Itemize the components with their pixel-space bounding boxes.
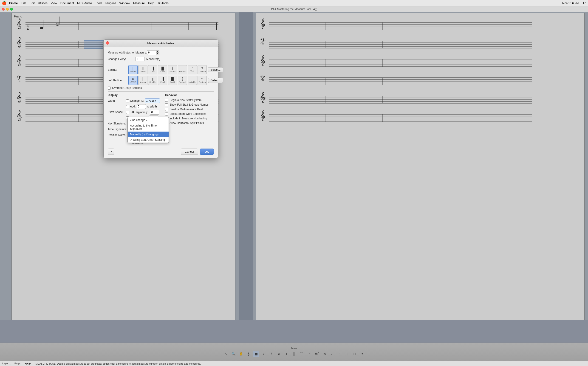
- modal-overlay: Measure Attributes Measure Attributes fo…: [0, 12, 588, 361]
- time-sig-option-manually[interactable]: Manually (by Dragging): [128, 132, 168, 137]
- change-every-input[interactable]: [135, 57, 145, 61]
- left-barline-solid-label: Solid: [170, 81, 175, 83]
- barline-invisible-label: Invisible: [179, 70, 186, 73]
- window-titlebar: 19-4 Mastering the Measure Tool L4(i): [0, 7, 588, 12]
- left-barline-normal[interactable]: │ Normal: [138, 76, 147, 85]
- begin-new-staff-label: Begin a New Staff System: [169, 99, 201, 102]
- at-beginning-input[interactable]: [150, 110, 159, 114]
- change-every-row: Change Every: Measure(s): [108, 57, 214, 61]
- measure-number-spinner-buttons[interactable]: ▲ ▼: [156, 50, 159, 55]
- barline-final-label: Final: [150, 70, 155, 73]
- measures-label: Measure(s): [146, 57, 160, 61]
- barline-custom[interactable]: ? Custom: [198, 65, 207, 74]
- menu-document[interactable]: Document: [61, 1, 74, 5]
- measure-number-spinner[interactable]: ▲ ▼: [147, 50, 159, 55]
- position-notes-label: Position Notes:: [108, 133, 128, 137]
- left-barline-final[interactable]: ▐ Final: [158, 76, 167, 85]
- add-value-input[interactable]: [137, 104, 146, 109]
- menu-utilities[interactable]: Utilities: [38, 1, 47, 5]
- barline-normal[interactable]: │ Normal: [128, 65, 137, 74]
- override-group-barlines-checkbox[interactable]: [108, 87, 111, 90]
- barline-final-icon: ▐: [152, 67, 154, 70]
- left-barline-dashed-label: Dashed: [179, 81, 186, 83]
- barline-solid[interactable]: █ Solid: [158, 65, 167, 74]
- barline-tick[interactable]: ˈ Tick: [188, 65, 197, 74]
- width-change-to-label: Change To:: [130, 99, 144, 102]
- break-smart-word-checkbox[interactable]: [165, 113, 168, 115]
- ok-button[interactable]: OK: [200, 149, 214, 155]
- cancel-button[interactable]: Cancel: [181, 149, 198, 155]
- window-title: 19-4 Mastering the Measure Tool L4(i): [271, 8, 317, 11]
- time-sig-option-beat-chart[interactable]: Using Beat-Chart Spacing: [128, 137, 168, 143]
- width-row: Width: Change To:: [108, 99, 160, 103]
- barline-row: Barline: │ Normal ‖ Double: [108, 65, 214, 74]
- width-change-to-checkbox[interactable]: [126, 99, 129, 102]
- time-sig-option-according[interactable]: According to the Time Signature: [128, 123, 168, 132]
- barline-options: │ Normal ‖ Double ▐ Final: [128, 65, 207, 74]
- barline-invisible-icon: │: [182, 67, 183, 70]
- apple-menu[interactable]: 🍎: [2, 1, 7, 5]
- barline-select-button[interactable]: Select...: [208, 67, 223, 72]
- menubar-time: Mon 1:56 PM: [562, 2, 579, 5]
- time-sig-dropdown-popup: « no change » According to the Time Sign…: [128, 117, 169, 143]
- status-message: MEASURE TOOL: Double-click a measure to …: [36, 362, 586, 365]
- left-barline-double[interactable]: ‖ Double: [148, 76, 157, 85]
- left-barline-default[interactable]: ⊞ Default: [128, 76, 137, 85]
- page-indicator: Page:: [15, 362, 21, 365]
- help-button[interactable]: ?: [108, 149, 115, 155]
- left-barline-dashed[interactable]: ┆ Dashed: [178, 76, 187, 85]
- menubar-right: Mon 1:56 PM J Lo: [562, 2, 586, 5]
- dialog-title: Measure Attributes: [147, 42, 174, 45]
- barline-double[interactable]: ‖ Double: [138, 65, 147, 74]
- width-value-input[interactable]: [145, 99, 160, 103]
- dialog-titlebar: Measure Attributes: [104, 40, 218, 47]
- menu-tools[interactable]: Tools: [95, 1, 102, 5]
- break-multimeasure-checkbox[interactable]: [165, 108, 168, 111]
- menu-window[interactable]: Window: [119, 1, 130, 5]
- menu-measure[interactable]: Measure: [133, 1, 145, 5]
- left-barline-solid[interactable]: █ Solid: [168, 76, 177, 85]
- barline-invisible[interactable]: │ Invisible: [178, 65, 187, 74]
- barline-final[interactable]: ▐ Final: [148, 65, 157, 74]
- menu-plugins[interactable]: Plug-ins: [106, 1, 116, 5]
- barline-solid-label: Solid: [160, 70, 165, 73]
- time-sig-option-no-change[interactable]: « no change »: [128, 117, 168, 123]
- left-barline-invisible[interactable]: │ Invisible: [188, 76, 197, 85]
- measure-number-up[interactable]: ▲: [156, 50, 159, 53]
- left-barline-default-icon: ⊞: [132, 78, 134, 80]
- measure-number-down[interactable]: ▼: [156, 53, 159, 55]
- layer-indicator[interactable]: Layer 1: [2, 362, 11, 365]
- add-label: Add:: [130, 105, 136, 108]
- left-barline-double-label: Double: [150, 81, 156, 83]
- barline-dashed[interactable]: ┆ Dashed: [168, 65, 177, 74]
- status-left: Layer 1 Page: ◀◀ ▶: [2, 362, 31, 365]
- app-name[interactable]: Finale: [9, 1, 18, 5]
- menu-file[interactable]: File: [22, 1, 26, 5]
- left-barline-select-button[interactable]: Select...: [208, 78, 223, 83]
- at-beginning-row: At Beginning:: [126, 110, 159, 114]
- close-button[interactable]: [2, 8, 5, 11]
- measure-number-input[interactable]: [147, 50, 156, 55]
- dialog-close-button[interactable]: [106, 41, 109, 45]
- break-smart-word-label: Break Smart Word Extensions: [169, 112, 206, 115]
- barline-tick-label: Tick: [191, 70, 194, 72]
- barline-normal-icon: │: [132, 67, 134, 70]
- show-full-staff-row: Show Full Staff & Group Names: [165, 103, 214, 106]
- left-barline-custom[interactable]: ? Custom: [198, 76, 207, 85]
- behavior-header: Behavior: [165, 93, 214, 97]
- minimize-button[interactable]: [6, 8, 9, 11]
- barline-custom-icon: ?: [201, 67, 203, 70]
- show-full-staff-checkbox[interactable]: [165, 103, 168, 106]
- menu-midi-audio[interactable]: MIDI/Audio: [77, 1, 92, 5]
- menu-edit[interactable]: Edit: [30, 1, 35, 5]
- at-beginning-checkbox[interactable]: [126, 111, 129, 114]
- add-width-checkbox[interactable]: [126, 105, 129, 108]
- menu-view[interactable]: View: [51, 1, 57, 5]
- menu-help[interactable]: Help: [148, 1, 154, 5]
- left-barline-default-label: Default: [130, 81, 137, 83]
- left-barline-dashed-icon: ┆: [182, 77, 183, 81]
- left-barline-row: Left Barline: ⊞ Default │ Normal ‖ Doubl: [108, 76, 214, 85]
- menu-tgtools[interactable]: TGTools: [157, 1, 168, 5]
- begin-new-staff-checkbox[interactable]: [165, 99, 168, 102]
- maximize-button[interactable]: [10, 8, 13, 11]
